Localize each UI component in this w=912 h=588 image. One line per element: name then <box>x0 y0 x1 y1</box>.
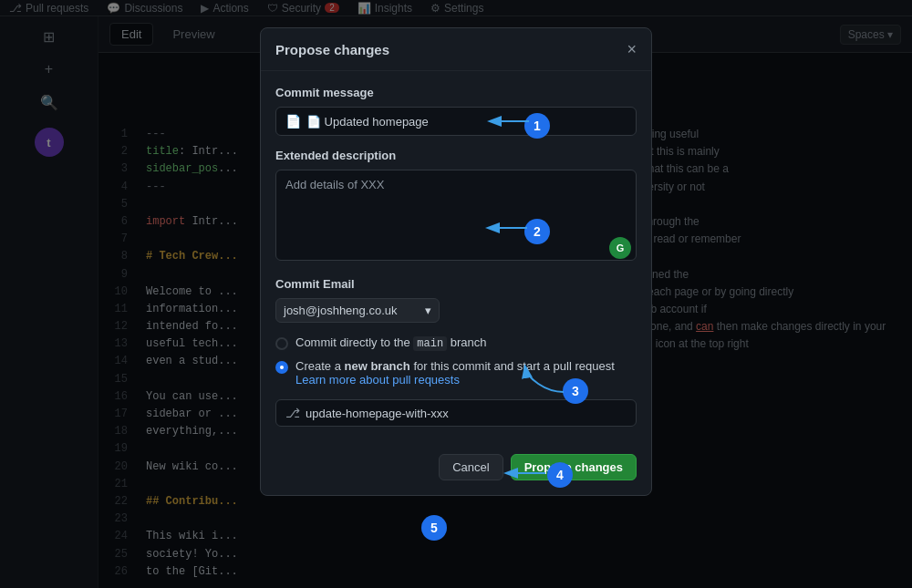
propose-changes-modal: Propose changes × Commit message 📄 📄 Upd… <box>260 27 652 496</box>
learn-more-link[interactable]: Learn more about pull requests <box>295 373 460 387</box>
modal-footer: Cancel Propose changes <box>261 454 651 495</box>
branch-code: main <box>413 336 447 351</box>
radio-direct-label: Commit directly to the main branch <box>295 335 487 350</box>
textarea-wrapper: Add details of XXX G <box>275 170 637 264</box>
callout-1-container: 1 <box>524 113 550 139</box>
modal-body: Commit message 📄 📄 Updated homepage Exte… <box>261 71 651 454</box>
propose-changes-button[interactable]: Propose changes <box>511 454 637 480</box>
email-select[interactable]: josh@joshheng.co.uk ▾ <box>275 298 440 323</box>
extended-desc-textarea[interactable]: Add details of XXX <box>275 170 637 261</box>
radio-new-circle[interactable] <box>275 361 288 374</box>
extended-desc-label: Extended description <box>275 149 637 162</box>
callout-4: 4 <box>547 462 573 488</box>
modal-close-button[interactable]: × <box>627 41 637 57</box>
commit-message-input[interactable]: 📄 📄 Updated homepage <box>275 107 637 136</box>
extended-desc-section: Extended description Add details of XXX … <box>275 149 637 264</box>
callout-1: 1 <box>524 113 550 139</box>
callout-3: 3 <box>563 378 588 404</box>
modal-header: Propose changes × <box>261 28 651 71</box>
grammarly-icon: G <box>609 237 631 259</box>
radio-direct-option[interactable]: Commit directly to the main branch <box>275 335 637 350</box>
file-icon: 📄 <box>285 114 301 129</box>
commit-message-label: Commit message <box>275 86 637 99</box>
email-value: josh@joshheng.co.uk <box>284 304 398 317</box>
callout-5-container: 5 <box>421 515 447 541</box>
callout-2-container: 2 <box>524 219 550 244</box>
callout-3-container: 3 <box>563 378 588 404</box>
callout-2: 2 <box>524 219 550 244</box>
cancel-button[interactable]: Cancel <box>439 454 503 480</box>
radio-direct-circle[interactable] <box>275 337 288 350</box>
email-dropdown-icon: ▾ <box>425 304 431 317</box>
callout-5: 5 <box>421 515 447 541</box>
branch-name-value: update-homepage-with-xxx <box>306 407 449 420</box>
commit-email-label: Commit Email <box>275 277 637 291</box>
commit-email-section: Commit Email josh@joshheng.co.uk ▾ <box>275 277 637 323</box>
branch-icon: ⎇ <box>285 406 300 420</box>
commit-message-value: 📄 Updated homepage <box>306 115 429 129</box>
callout-4-container: 4 <box>547 462 573 488</box>
modal-title: Propose changes <box>275 42 389 57</box>
